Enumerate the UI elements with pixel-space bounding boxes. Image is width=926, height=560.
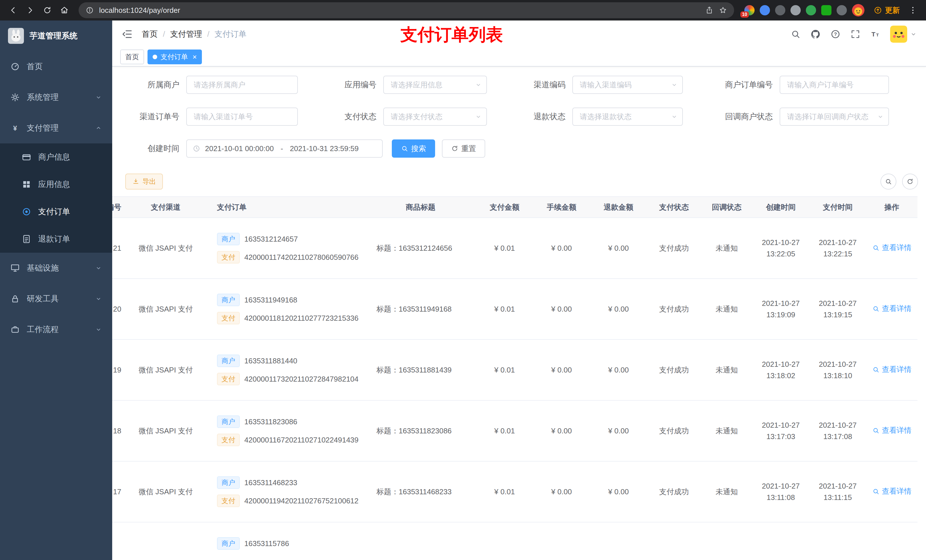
channel-code-select[interactable]: [572, 76, 683, 94]
time-line: 13:18:10: [814, 370, 862, 381]
date-range-picker[interactable]: 2021-10-01 00:00:00 - 2021-10-31 23:59:5…: [186, 139, 383, 158]
filter-label: 所属商户: [112, 79, 186, 90]
extension-icon[interactable]: [760, 5, 770, 15]
cell-id: [112, 522, 132, 560]
hamburger-icon[interactable]: [121, 29, 133, 40]
magnifier-icon: [872, 244, 879, 252]
pay-status-select[interactable]: [383, 107, 487, 126]
view-details-link[interactable]: 查看详情: [872, 365, 911, 374]
extension-icon[interactable]: [790, 5, 801, 15]
table-header-row: 编号支付渠道支付订单商品标题支付金额手续金额退款金额支付状态回调状态创建时间支付…: [112, 197, 917, 218]
tab-label: 支付订单: [160, 52, 188, 62]
back-icon[interactable]: [6, 3, 21, 18]
cell-notify: 未通知: [701, 461, 752, 522]
filter-control: [780, 76, 889, 94]
pay-order-no: 4200001181202110277723215336: [244, 314, 359, 323]
sidebar-item-home[interactable]: 首页: [0, 51, 112, 82]
view-details-link[interactable]: 查看详情: [872, 303, 911, 314]
merchant-input[interactable]: [186, 76, 298, 94]
breadcrumb-item[interactable]: 首页: [142, 30, 158, 38]
page-title-annotation: 支付订单列表: [400, 23, 503, 46]
cell-channel: 微信 JSAPI 支付: [132, 218, 200, 279]
view-details-link[interactable]: 查看详情: [872, 426, 911, 435]
user-avatar[interactable]: [890, 26, 917, 43]
view-details-link[interactable]: 查看详情: [872, 243, 911, 253]
github-icon[interactable]: [810, 29, 821, 39]
refund-status-select[interactable]: [572, 107, 683, 126]
app-id-select[interactable]: [383, 76, 487, 94]
svg-text:T: T: [872, 31, 876, 38]
callback-status-select[interactable]: [780, 107, 889, 126]
browser-menu-icon[interactable]: [905, 3, 920, 18]
cell-channel: 微信 JSAPI 支付: [132, 340, 200, 400]
cell-notify: 未通知: [701, 279, 752, 340]
filter-label: 退款状态: [510, 111, 572, 122]
cell-title: 标题：1635311468233: [365, 461, 476, 522]
cell-fee: ¥ 0.00: [533, 400, 590, 461]
font-size-icon[interactable]: TT: [870, 29, 881, 39]
sidebar-subitem-merchant-info[interactable]: 商户信息: [0, 143, 112, 171]
sidebar-item-system[interactable]: 系统管理: [0, 82, 112, 113]
cell-fee: ¥ 0.00: [533, 461, 590, 522]
merchant-tag-badge: 商户: [217, 415, 240, 428]
sidebar-subitem-pay-order[interactable]: 支付订单: [0, 198, 112, 225]
refresh-table-button[interactable]: [902, 174, 918, 190]
view-details-link[interactable]: 查看详情: [872, 486, 911, 496]
extension-icon[interactable]: [775, 5, 785, 15]
cell-status: 支付成功: [647, 461, 701, 522]
sidebar-item-payment[interactable]: ¥支付管理: [0, 113, 112, 143]
help-icon[interactable]: ?: [830, 29, 841, 39]
sidebar-item-workflow[interactable]: 工作流程: [0, 314, 112, 345]
filter-item-pay-status: 支付状态: [321, 107, 487, 126]
main-content: 所属商户应用编号渠道编码商户订单编号渠道订单号支付状态退款状态回调商户状态 创建…: [112, 66, 926, 560]
merchant-order-no: 1635311949168: [244, 296, 297, 305]
magnifier-icon: [872, 488, 879, 495]
column-header: 编号: [112, 197, 132, 218]
magnifier-icon: [872, 427, 879, 434]
extension-icon[interactable]: [806, 5, 816, 15]
magnifier-icon: [885, 178, 892, 185]
sidebar-subitem-refund-order[interactable]: 退款订单: [0, 225, 112, 253]
reload-icon[interactable]: [40, 3, 54, 18]
tab-pay-order[interactable]: 支付订单×: [147, 50, 202, 64]
tab-close-icon[interactable]: ×: [192, 53, 197, 60]
cell-refund: ¥ 0.00: [590, 461, 647, 522]
channel-order-no-input[interactable]: [186, 107, 298, 126]
forward-icon[interactable]: [23, 3, 38, 18]
cell-pay_time: 2021-10-2713:17:08: [809, 400, 866, 461]
search-button[interactable]: 搜索: [392, 139, 435, 158]
tab-home[interactable]: 首页: [120, 50, 144, 64]
extension-icon[interactable]: [821, 5, 831, 15]
toggle-search-button[interactable]: [881, 174, 896, 190]
fullscreen-icon[interactable]: [850, 29, 861, 39]
cell-title: 标题：1635311823086: [365, 400, 476, 461]
sidebar-item-infrastructure[interactable]: 基础设施: [0, 253, 112, 284]
time-line: 13:19:09: [757, 309, 805, 320]
breadcrumb-item[interactable]: 支付管理: [170, 30, 202, 38]
search-icon[interactable]: [790, 29, 801, 39]
share-icon[interactable]: [705, 6, 714, 15]
sidebar-subitem-app-info[interactable]: 应用信息: [0, 171, 112, 198]
merchant-order-no-input[interactable]: [780, 76, 889, 94]
cell-id: 19: [112, 340, 132, 400]
extension-icon[interactable]: 10: [744, 5, 755, 15]
info-icon[interactable]: [85, 6, 94, 15]
sidebar-item-label: 工作流程: [27, 324, 59, 335]
header-actions: ? TT: [790, 26, 917, 43]
cell-channel: 微信 JSAPI 支付: [132, 279, 200, 340]
export-button[interactable]: 导出: [125, 174, 163, 190]
search-icon: [401, 145, 409, 152]
extension-icon[interactable]: [837, 5, 847, 15]
bookmark-icon[interactable]: [719, 6, 727, 15]
merchant-order-no: 1635311468233: [244, 478, 297, 487]
cell-channel: 微信 JSAPI 支付: [132, 400, 200, 461]
merchant-tag-badge: 商户: [217, 355, 240, 367]
logo[interactable]: 芋道管理系统: [0, 21, 112, 51]
home-icon[interactable]: [57, 3, 72, 18]
profile-avatar[interactable]: [852, 4, 864, 17]
update-button[interactable]: 更新: [870, 5, 903, 15]
time-line: 2021-10-27: [814, 237, 862, 248]
address-bar[interactable]: localhost:1024/pay/order: [79, 2, 734, 18]
reset-button[interactable]: 重置: [442, 139, 485, 158]
sidebar-item-dev-tools[interactable]: 研发工具: [0, 284, 112, 314]
